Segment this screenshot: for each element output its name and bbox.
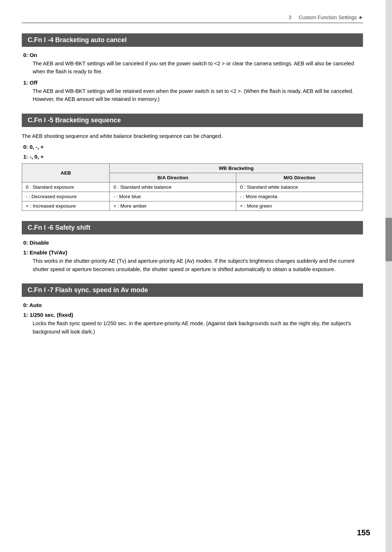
header-title: Custom Function Settings ★ <box>299 15 363 20</box>
table-cell-ba-2: + : More amber <box>110 201 236 211</box>
page-header: 3 Custom Function Settings ★ <box>22 11 363 23</box>
section-header-cfn-i-7: C.Fn I -7 Flash sync. speed in Av mode <box>22 283 363 297</box>
option-1-desc-cfn-i-6: This works in the shutter-priority AE (T… <box>33 257 363 273</box>
table-cell-mg-1: - : More magenta <box>236 192 363 201</box>
section-header-cfn-i-4: C.Fn I -4 Bracketing auto cancel <box>22 33 363 47</box>
table-header-wb: WB Bracketing <box>110 164 363 173</box>
table-header-mg: M/G Direction <box>236 173 363 183</box>
table-header-ba: B/A Direction <box>110 173 236 183</box>
option-1-label-cfn-i-4: 1: Off <box>23 79 363 86</box>
section-header-cfn-i-5: C.Fn I -5 Bracketing sequence <box>22 114 363 127</box>
page-footer-number: 155 <box>357 528 370 537</box>
table-header-aeb: AEB <box>22 164 110 183</box>
scrollbar-thumb[interactable] <box>385 218 392 261</box>
option-1-desc-cfn-i-7: Locks the flash sync speed to 1/250 sec.… <box>33 319 363 336</box>
table-cell-ba-0: 0 : Standard white balance <box>110 183 236 192</box>
option-1-label-cfn-i-5: 1: -, 0, + <box>23 154 363 160</box>
section-cfn-i-4: C.Fn I -4 Bracketing auto cancel 0: On T… <box>22 33 363 103</box>
header-page-num: 3 <box>289 15 291 20</box>
table-cell-aeb-0: 0 : Standard exposure <box>22 183 110 192</box>
table-cell-mg-0: 0 : Standard white balance <box>236 183 363 192</box>
section-cfn-i-6: C.Fn I -6 Safety shift 0: Disable 1: Ena… <box>22 221 363 273</box>
option-0-desc-cfn-i-4: The AEB and WB-BKT settings will be canc… <box>33 60 363 76</box>
intro-text-cfn-i-5: The AEB shooting sequence and white bala… <box>22 132 363 140</box>
option-0-label-cfn-i-4: 0: On <box>23 52 363 58</box>
option-1-label-cfn-i-7: 1: 1/250 sec. (fixed) <box>23 312 363 318</box>
bracketing-table: AEB WB Bracketing B/A Direction M/G Dire… <box>22 163 363 211</box>
section-header-cfn-i-6: C.Fn I -6 Safety shift <box>22 221 363 234</box>
table-cell-mg-2: + : More green <box>236 201 363 211</box>
option-0-label-cfn-i-5: 0: 0, -, + <box>23 144 363 150</box>
section-cfn-i-7: C.Fn I -7 Flash sync. speed in Av mode 0… <box>22 283 363 336</box>
table-cell-ba-1: - : More blue <box>110 192 236 201</box>
option-0-label-cfn-i-7: 0: Auto <box>23 302 363 308</box>
section-cfn-i-5: C.Fn I -5 Bracketing sequence The AEB sh… <box>22 114 363 211</box>
table-row: - : Decreased exposure - : More blue - :… <box>22 192 363 201</box>
table-cell-aeb-2: + : Increased exposure <box>22 201 110 211</box>
option-1-desc-cfn-i-4: The AEB and WB-BKT settings will be reta… <box>33 87 363 103</box>
table-cell-aeb-1: - : Decreased exposure <box>22 192 110 201</box>
table-row: + : Increased exposure + : More amber + … <box>22 201 363 211</box>
table-row: 0 : Standard exposure 0 : Standard white… <box>22 183 363 192</box>
scrollbar-track <box>385 0 392 552</box>
option-0-label-cfn-i-6: 0: Disable <box>23 240 363 246</box>
option-1-label-cfn-i-6: 1: Enable (Tv/Av) <box>23 249 363 255</box>
